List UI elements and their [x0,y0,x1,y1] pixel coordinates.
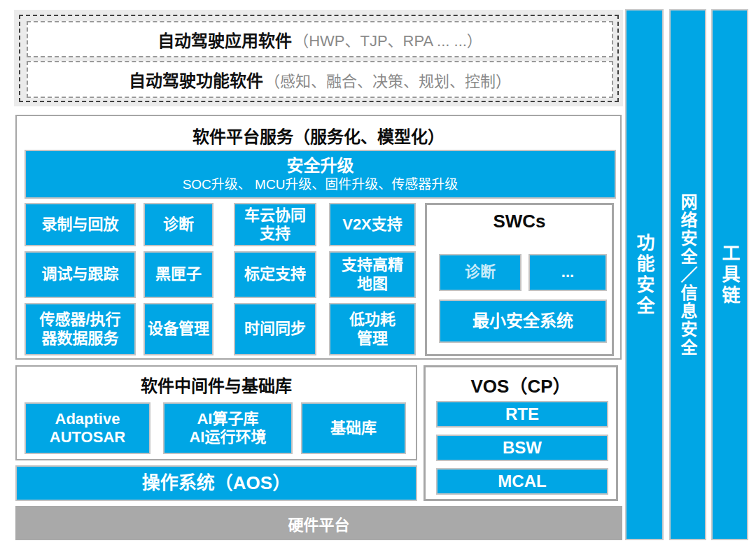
vos-cp-title: VOS（CP） [426,372,616,397]
app-software-box: 自动驾驶应用软件 （HWP、TJP、RPA ... ...） [27,21,613,57]
box-device-management: 设备管理 [144,303,214,355]
box-time-sync: 时间同步 [234,303,316,355]
hardware-platform-label: 硬件平台 [288,512,349,535]
app-software-title: 自动驾驶应用软件 [158,27,292,52]
swc-diagnosis-box: 诊断 [439,254,522,291]
box-adaptive-autosar: Adaptive AUTOSAR [24,402,150,454]
middleware-title: 软件中间件与基础库 [17,372,416,397]
swcs-box: SWCs 诊断 ... 最小安全系统 [425,203,614,356]
security-upgrade-bar: 安全升级 SOC升级、 MCU升级、固件升级、传感器升级 [24,150,616,199]
pillar-functional-safety: 功能安全 [625,9,664,540]
app-software-examples: （HWP、TJP、RPA ... ...） [293,28,482,50]
network-information-security-label: 网络安全／信息安全 [676,193,700,357]
platform-services-title: 软件平台服务（服务化、模型化） [17,123,620,148]
hardware-platform-bar: 硬件平台 [15,506,622,540]
middleware-section: 软件中间件与基础库 Adaptive AUTOSAR AI算子库 AI运行环境 … [15,365,417,460]
box-v2x-support: V2X支持 [329,203,416,246]
pillar-toolchain: 工具链 [711,9,748,540]
box-vehicle-cloud-support: 车云协同 支持 [234,203,316,246]
function-software-examples: （感知、融合、决策、规划、控制） [265,69,511,91]
toolchain-label: 工具链 [717,244,743,306]
function-software-title: 自动驾驶功能软件 [129,67,263,92]
box-base-library: 基础库 [301,402,406,454]
minimal-safety-system-box: 最小安全系统 [439,299,607,343]
function-software-box: 自动驾驶功能软件 （感知、融合、决策、规划、控制） [27,61,613,98]
box-bsw: BSW [436,435,608,461]
autonomous-driving-software-panel: 自动驾驶应用软件 （HWP、TJP、RPA ... ...） 自动驾驶功能软件 … [14,10,623,106]
security-upgrade-title: 安全升级 [287,155,354,176]
box-ai-operator-runtime: AI算子库 AI运行环境 [163,402,293,454]
operating-system-aos-bar: 操作系统（AOS） [15,465,417,501]
architecture-diagram: 自动驾驶应用软件 （HWP、TJP、RPA ... ...） 自动驾驶功能软件 … [0,0,756,550]
functional-safety-label: 功能安全 [631,233,657,317]
security-upgrade-subtitle: SOC升级、 MCU升级、固件升级、传感器升级 [183,176,458,193]
box-calibration-support: 标定支持 [234,251,316,298]
box-recording-playback: 录制与回放 [24,203,136,246]
box-diagnosis: 诊断 [144,203,214,246]
box-debug-trace: 调试与跟踪 [24,251,136,298]
box-rte: RTE [436,401,608,428]
box-hd-map-support: 支持高精 地图 [329,251,416,298]
vos-cp-box: VOS（CP） RTE BSW MCAL [424,365,618,501]
box-low-power-management: 低功耗 管理 [329,303,416,355]
box-blackbox: 黑匣子 [144,251,214,298]
box-mcal: MCAL [436,468,608,495]
swcs-title: SWCs [427,211,612,232]
pillar-network-information-security: 网络安全／信息安全 [669,9,706,540]
swc-ellipsis-box: ... [528,254,607,291]
platform-services-section: 软件平台服务（服务化、模型化） 安全升级 SOC升级、 MCU升级、固件升级、传… [15,115,622,360]
box-sensor-actuator-data-service: 传感器/执行 器数据服务 [24,303,136,355]
